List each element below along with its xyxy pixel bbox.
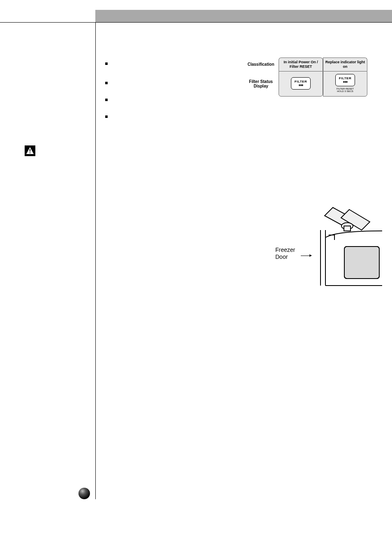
vertical-margin-rule (95, 23, 96, 499)
table-row-label: Filter Status Display (243, 71, 279, 97)
filter-reset-caption: FILTER RESET HOLD 3 SECS (337, 88, 354, 93)
header-gray-bar (95, 10, 392, 22)
bullet-marker (105, 82, 108, 84)
filter-icon: FILTER ♦♦♦ (335, 74, 355, 86)
warning-icon (25, 145, 35, 156)
table-row-label: Classification (243, 58, 279, 71)
svg-point-7 (78, 488, 90, 499)
bullet-marker (105, 99, 108, 101)
freezer-door-label: Freezer Door (275, 247, 295, 260)
table-header-cell: Replace indicator light on (323, 58, 367, 71)
page-number-ornament (78, 487, 90, 500)
svg-rect-1 (30, 149, 30, 152)
freezer-door-illustration (308, 205, 382, 292)
svg-rect-4 (344, 226, 350, 231)
bullet-marker (105, 62, 108, 65)
bullet-marker (105, 115, 108, 118)
table-cell: FILTER ♦♦♦ (279, 71, 323, 97)
svg-rect-2 (30, 152, 30, 153)
filter-status-table: Classification In initial Power On / Fil… (243, 58, 369, 97)
top-horizontal-rule (0, 22, 392, 23)
table-header-cell: In initial Power On / Filter RESET (279, 58, 323, 71)
table-cell: FILTER ♦♦♦ FILTER RESET HOLD 3 SECS (323, 71, 367, 97)
svg-rect-5 (344, 247, 379, 279)
filter-icon: FILTER ♦♦♦ (291, 77, 311, 90)
